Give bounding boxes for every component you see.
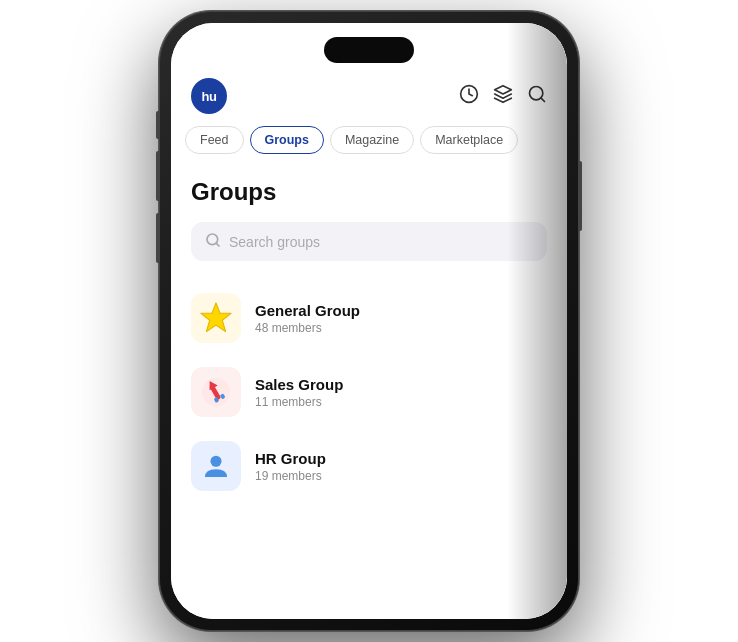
svg-marker-6 xyxy=(201,303,231,332)
volume-up-button xyxy=(156,151,159,201)
tab-magazine[interactable]: Magazine xyxy=(330,126,414,154)
tab-groups[interactable]: Groups xyxy=(250,126,324,154)
main-content: Groups Search groups xyxy=(171,170,567,503)
mute-button xyxy=(156,111,159,139)
page-title: Groups xyxy=(191,178,547,206)
group-item-sales[interactable]: Sales Group 11 members xyxy=(191,355,547,429)
header-icons xyxy=(459,84,547,109)
phone-screen: hu xyxy=(171,23,567,619)
search-bar[interactable]: Search groups xyxy=(191,222,547,261)
clock-icon[interactable] xyxy=(459,84,479,109)
header: hu xyxy=(171,78,567,126)
dynamic-island xyxy=(324,37,414,63)
inbox-icon[interactable] xyxy=(493,84,513,109)
group-members-hr: 19 members xyxy=(255,469,326,483)
group-list: General Group 48 members xyxy=(191,281,547,503)
group-icon-general xyxy=(191,293,241,343)
app-content: hu xyxy=(171,23,567,619)
group-info-sales: Sales Group 11 members xyxy=(255,376,343,409)
svg-point-13 xyxy=(210,456,221,467)
search-placeholder: Search groups xyxy=(229,234,320,250)
tab-marketplace[interactable]: Marketplace xyxy=(420,126,518,154)
app-logo[interactable]: hu xyxy=(191,78,227,114)
group-icon-hr xyxy=(191,441,241,491)
phone-container: hu xyxy=(159,11,579,631)
svg-line-3 xyxy=(541,97,545,101)
nav-tabs: Feed Groups Magazine Marketplace xyxy=(171,126,567,170)
power-button xyxy=(579,161,582,231)
tab-feed[interactable]: Feed xyxy=(185,126,244,154)
search-bar-icon xyxy=(205,232,221,251)
group-name-general: General Group xyxy=(255,302,360,319)
search-icon[interactable] xyxy=(527,84,547,109)
volume-down-button xyxy=(156,213,159,263)
group-members-general: 48 members xyxy=(255,321,360,335)
group-item-hr[interactable]: HR Group 19 members xyxy=(191,429,547,503)
svg-line-5 xyxy=(216,243,219,246)
group-members-sales: 11 members xyxy=(255,395,343,409)
group-info-general: General Group 48 members xyxy=(255,302,360,335)
group-icon-sales xyxy=(191,367,241,417)
group-info-hr: HR Group 19 members xyxy=(255,450,326,483)
group-item-general[interactable]: General Group 48 members xyxy=(191,281,547,355)
group-name-sales: Sales Group xyxy=(255,376,343,393)
svg-marker-1 xyxy=(495,85,512,93)
group-name-hr: HR Group xyxy=(255,450,326,467)
